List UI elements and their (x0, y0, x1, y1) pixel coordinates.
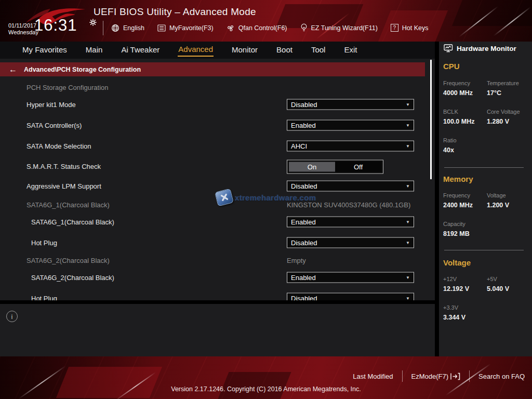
dropdown-value: Enabled (291, 274, 316, 282)
breadcrumb: ← Advanced\PCH Storage Configuration (0, 62, 425, 76)
language-label: English (123, 24, 144, 32)
stat-label: Core Voltage (487, 109, 531, 115)
bottom-banner: Last Modified EzMode(F7) Search on FAQ V… (0, 356, 532, 399)
toggle-option-on[interactable]: On (289, 162, 335, 171)
dropdown-hot-plug-2[interactable]: Disabled ▼ (287, 293, 414, 301)
tab-boot[interactable]: Boot (276, 44, 293, 56)
watermark: xtremehardware.com (216, 190, 316, 205)
dropdown-value: Disabled (291, 295, 317, 301)
dropdown-value: Enabled (291, 122, 316, 129)
setting-label: SATA Controller(s) (26, 122, 82, 129)
app-title: UEFI BIOS Utility – Advanced Mode (94, 6, 256, 18)
hardware-monitor-title: Hardware Monitor (457, 45, 516, 52)
help-info-panel: i (0, 304, 435, 356)
tab-main[interactable]: Main (85, 44, 103, 56)
voltage-section-title: Voltage (443, 258, 471, 267)
setting-row: SATA Controller(s) Enabled ▼ (0, 119, 435, 131)
nav-tab-bar: My Favorites Main Ai Tweaker Advanced Mo… (0, 42, 435, 59)
decor-streak (494, 7, 531, 36)
tab-monitor[interactable]: Monitor (231, 44, 258, 56)
stat-label: Temperature (487, 80, 531, 86)
setting-label: SATA6G_1(Charcoal Black) (26, 201, 110, 209)
memory-frequency: Frequency 2400 MHz (443, 192, 488, 209)
toggle-option-off[interactable]: Off (335, 162, 381, 171)
back-arrow-icon[interactable]: ← (9, 65, 17, 74)
tab-my-favorites[interactable]: My Favorites (22, 44, 68, 56)
setting-row: Hot Plug Disabled ▼ (0, 237, 435, 248)
qfan-control-button[interactable]: Qfan Control(F6) (227, 24, 287, 32)
memory-section-title: Memory (443, 175, 473, 183)
tab-tool[interactable]: Tool (311, 44, 326, 56)
stat-label: Frequency (443, 192, 488, 198)
tab-advanced[interactable]: Advanced (178, 44, 214, 57)
stat-label: +3.3V (443, 304, 488, 311)
chevron-down-icon: ▼ (406, 220, 410, 224)
chevron-down-icon: ▼ (406, 123, 410, 128)
decor-block (452, 0, 532, 26)
top-banner: UEFI BIOS Utility – Advanced Mode 01/11/… (0, 0, 532, 42)
stat-label: BCLK (443, 109, 488, 115)
stat-value: 8192 MB (443, 230, 488, 237)
setting-label: Aggressive LPM Support (26, 182, 101, 190)
monitor-icon (444, 44, 453, 52)
gear-icon[interactable] (89, 19, 97, 26)
divider (444, 250, 524, 250)
language-button[interactable]: English (111, 24, 144, 32)
ezmode-label: EzMode(F7) (411, 373, 449, 380)
stat-label: Capacity (443, 221, 488, 227)
setting-label: SATA6G_2(Charcoal Black) (31, 274, 114, 282)
decor-streak (459, 6, 498, 37)
globe-icon (111, 24, 119, 32)
setting-label: Hyper kit1 Mode (26, 101, 76, 109)
divider (402, 370, 403, 382)
setting-row: S.M.A.R.T. Status Check On Off (0, 159, 435, 174)
tab-ai-tweaker[interactable]: Ai Tweaker (121, 44, 160, 56)
qfan-control-label: Qfan Control(F6) (238, 24, 287, 32)
watermark-x-icon (215, 189, 234, 207)
tab-exit[interactable]: Exit (343, 44, 357, 56)
stat-value: 4000 MHz (443, 89, 488, 97)
dropdown-sata6g2-port[interactable]: Enabled ▼ (287, 272, 414, 283)
stat-value: 1.280 V (487, 118, 531, 125)
ezmode-button[interactable]: EzMode(F7) (411, 372, 461, 381)
divider (469, 370, 470, 382)
section-title-row: PCH Storage Configuration (0, 82, 435, 93)
scrollbar[interactable] (430, 60, 432, 179)
dropdown-sata-mode-selection[interactable]: AHCI ▼ (287, 141, 414, 152)
stat-value: 5.040 V (487, 285, 531, 292)
memory-voltage: Voltage 1.200 V (487, 192, 531, 209)
memory-capacity: Capacity 8192 MB (443, 221, 488, 237)
stat-label: +12V (443, 276, 488, 282)
setting-label: SATA6G_1(Charcoal Black) (31, 218, 114, 226)
stat-value: 100.0 MHz (443, 118, 488, 125)
dropdown-sata6g1-port[interactable]: Enabled ▼ (287, 217, 414, 228)
section-title: PCH Storage Configuration (26, 84, 109, 91)
dropdown-hyper-kit1-mode[interactable]: Disabled ▼ (287, 99, 414, 110)
chevron-down-icon: ▼ (406, 102, 410, 107)
dropdown-hot-plug-1[interactable]: Disabled ▼ (287, 237, 414, 248)
my-favorite-button[interactable]: MyFavorite(F3) (157, 24, 214, 32)
search-on-faq-button[interactable]: Search on FAQ (478, 373, 525, 380)
setting-row: Hot Plug Disabled ▼ (0, 292, 435, 300)
setting-row: SATA6G_2(Charcoal Black) Enabled ▼ (0, 272, 435, 283)
setting-label: S.M.A.R.T. Status Check (26, 163, 101, 170)
watermark-text: xtremehardware.com (235, 193, 316, 202)
ez-tuning-wizard-button[interactable]: EZ Tuning Wizard(F11) (300, 23, 378, 32)
last-modified-button[interactable]: Last Modified (353, 373, 393, 380)
stat-value: 12.192 V (443, 285, 488, 292)
cpu-bclk: BCLK 100.0 MHz (443, 109, 488, 125)
stat-value: 17°C (487, 89, 531, 97)
question-icon: ? (391, 24, 398, 32)
setting-row: SATA Mode Selection AHCI ▼ (0, 140, 435, 152)
stat-value: 40x (443, 147, 488, 154)
hot-keys-button[interactable]: ? Hot Keys (391, 24, 429, 32)
exit-to-ezmode-icon (450, 372, 460, 381)
voltage-5v: +5V 5.040 V (487, 276, 531, 292)
dropdown-value: Enabled (291, 218, 316, 226)
voltage-12v: +12V 12.192 V (443, 276, 488, 292)
dropdown-value: Disabled (291, 239, 317, 247)
dropdown-sata-controllers[interactable]: Enabled ▼ (287, 120, 414, 131)
cpu-temperature: Temperature 17°C (487, 80, 531, 97)
setting-label: Hot Plug (31, 239, 57, 247)
decor-block (56, 367, 162, 398)
